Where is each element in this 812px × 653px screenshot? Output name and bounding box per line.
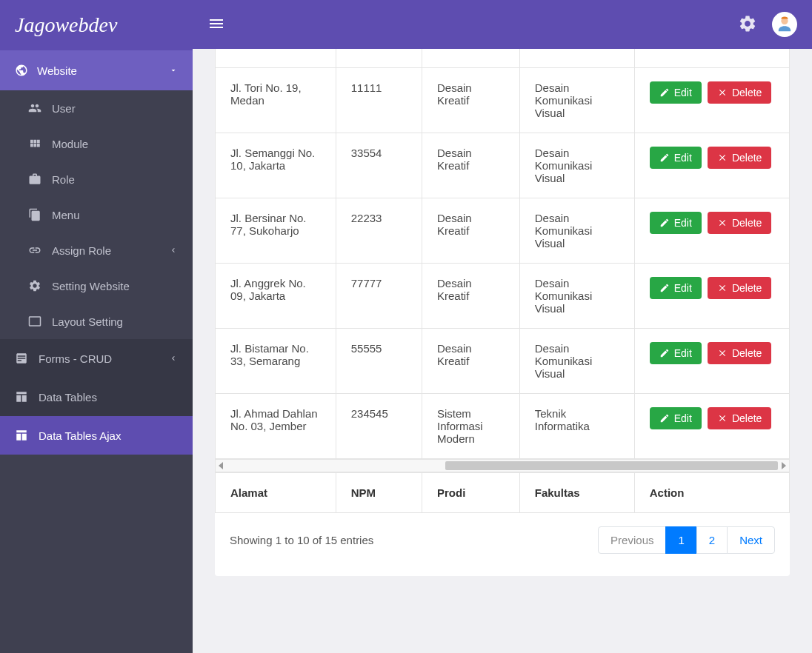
col-header-npm[interactable]: NPM xyxy=(336,473,422,513)
edit-button[interactable]: Edit xyxy=(650,342,702,364)
edit-button[interactable]: Edit xyxy=(650,277,702,299)
cell-npm: 55555 xyxy=(336,329,422,394)
globe-icon xyxy=(15,64,28,77)
copy-icon xyxy=(28,208,41,221)
table-header-row: Alamat NPM Prodi Fakultas Action xyxy=(216,473,790,513)
edit-button[interactable]: Edit xyxy=(650,147,702,169)
close-icon xyxy=(717,348,728,358)
cell-alamat: Jl. Tori No. 19, Medan xyxy=(216,68,336,133)
data-table-footer: Alamat NPM Prodi Fakultas Action xyxy=(215,472,790,513)
cell-fakultas: Desain Komunikasi Visual xyxy=(519,133,634,198)
horizontal-scrollbar[interactable] xyxy=(215,459,790,472)
table-row xyxy=(216,49,790,68)
cell-npm: 33554 xyxy=(336,133,422,198)
edit-button[interactable]: Edit xyxy=(650,212,702,234)
pagination-page-1[interactable]: 1 xyxy=(665,526,696,554)
sidebar-item-label: Setting Website xyxy=(52,280,130,292)
edit-icon xyxy=(659,283,670,293)
cell-fakultas: Desain Komunikasi Visual xyxy=(519,198,634,264)
cell-prodi: Desain Kreatif xyxy=(422,329,520,394)
gear-icon xyxy=(28,279,41,292)
cell-npm: 11111 xyxy=(336,68,422,133)
cell-prodi: Desain Kreatif xyxy=(422,264,520,329)
delete-button[interactable]: Delete xyxy=(708,407,771,429)
edit-icon xyxy=(659,348,670,358)
cell-prodi: Desain Kreatif xyxy=(422,133,520,198)
cell-npm: 234545 xyxy=(336,394,422,459)
sidebar-item-forms-crud[interactable]: Forms - CRUD xyxy=(0,339,193,378)
cell-fakultas: Desain Komunikasi Visual xyxy=(519,68,634,133)
sidebar-item-assign-role[interactable]: Assign Role xyxy=(0,232,193,268)
users-icon xyxy=(28,101,41,115)
cell-action: EditDelete xyxy=(634,329,789,394)
avatar[interactable] xyxy=(772,12,797,37)
cell-prodi: Sistem Informasi Modern xyxy=(422,394,520,459)
data-card: Jl. Tori No. 19, Medan11111Desain Kreati… xyxy=(215,49,790,576)
col-header-action: Action xyxy=(634,473,789,513)
hamburger-menu[interactable] xyxy=(207,15,225,35)
module-icon xyxy=(28,137,41,150)
sidebar-item-label: Layout Setting xyxy=(52,315,123,328)
sidebar-item-label: Module xyxy=(52,138,88,150)
briefcase-icon xyxy=(28,173,41,186)
sidebar-item-label: Assign Role xyxy=(52,244,111,257)
edit-icon xyxy=(659,87,670,98)
col-header-prodi[interactable]: Prodi xyxy=(422,473,520,513)
scroll-thumb[interactable] xyxy=(445,461,778,470)
settings-button[interactable] xyxy=(738,14,757,36)
sidebar: Jagowebdev Website User Module Role xyxy=(0,0,193,653)
sidebar-item-user[interactable]: User xyxy=(0,90,193,126)
main: Jl. Tori No. 19, Medan11111Desain Kreati… xyxy=(193,0,812,653)
sidebar-section-label: Website xyxy=(37,64,77,77)
sidebar-item-setting-website[interactable]: Setting Website xyxy=(0,268,193,304)
pagination-next[interactable]: Next xyxy=(727,526,775,554)
edit-button[interactable]: Edit xyxy=(650,81,702,104)
edit-icon xyxy=(659,218,670,228)
table-row: Jl. Anggrek No. 09, Jakarta77777Desain K… xyxy=(216,264,790,329)
sidebar-item-label: Data Tables Ajax xyxy=(39,429,121,442)
chevron-down-icon xyxy=(169,66,178,75)
table-row: Jl. Tori No. 19, Medan11111Desain Kreati… xyxy=(216,68,790,133)
cell-fakultas: Desain Komunikasi Visual xyxy=(519,264,634,329)
close-icon xyxy=(717,87,728,98)
delete-button[interactable]: Delete xyxy=(708,147,771,169)
table-row: Jl. Bersinar No. 77, Sukoharjo22233Desai… xyxy=(216,198,790,264)
edit-icon xyxy=(659,413,670,423)
sidebar-item-label: User xyxy=(52,102,76,115)
table-row: Jl. Bistamar No. 33, Semarang55555Desain… xyxy=(216,329,790,394)
delete-button[interactable]: Delete xyxy=(708,81,771,104)
pagination-page-2[interactable]: 2 xyxy=(696,526,728,554)
sidebar-item-role[interactable]: Role xyxy=(0,161,193,197)
cell-action: EditDelete xyxy=(634,264,789,329)
chevron-left-icon xyxy=(169,246,178,255)
cell-action: EditDelete xyxy=(634,394,789,459)
table-row: Jl. Ahmad Dahlan No. 03, Jember234545Sis… xyxy=(216,394,790,459)
pagination-previous[interactable]: Previous xyxy=(598,526,666,554)
sidebar-item-module[interactable]: Module xyxy=(0,126,193,161)
data-table: Jl. Tori No. 19, Medan11111Desain Kreati… xyxy=(215,49,790,459)
sidebar-section-website[interactable]: Website xyxy=(0,50,193,90)
cell-prodi: Desain Kreatif xyxy=(422,198,520,264)
delete-button[interactable]: Delete xyxy=(708,277,771,299)
cell-npm: 22233 xyxy=(336,198,422,264)
cell-alamat: Jl. Ahmad Dahlan No. 03, Jember xyxy=(216,394,336,459)
sidebar-item-label: Role xyxy=(52,173,75,186)
sidebar-item-layout-setting[interactable]: Layout Setting xyxy=(0,304,193,339)
cell-alamat: Jl. Anggrek No. 09, Jakarta xyxy=(216,264,336,329)
sidebar-item-menu[interactable]: Menu xyxy=(0,197,193,232)
edit-icon xyxy=(659,153,670,163)
delete-button[interactable]: Delete xyxy=(708,212,771,234)
col-header-alamat[interactable]: Alamat xyxy=(216,473,336,513)
topbar xyxy=(193,0,812,49)
col-header-fakultas[interactable]: Fakultas xyxy=(519,473,634,513)
cell-alamat: Jl. Bersinar No. 77, Sukoharjo xyxy=(216,198,336,264)
sidebar-item-data-tables-ajax[interactable]: Data Tables Ajax xyxy=(0,416,193,455)
delete-button[interactable]: Delete xyxy=(708,342,771,364)
gear-icon xyxy=(738,14,757,33)
sidebar-item-label: Menu xyxy=(52,209,80,221)
close-icon xyxy=(717,153,728,163)
edit-button[interactable]: Edit xyxy=(650,407,702,429)
brand-logo: Jagowebdev xyxy=(0,0,193,50)
sidebar-item-data-tables[interactable]: Data Tables xyxy=(0,378,193,416)
cell-action: EditDelete xyxy=(634,133,789,198)
